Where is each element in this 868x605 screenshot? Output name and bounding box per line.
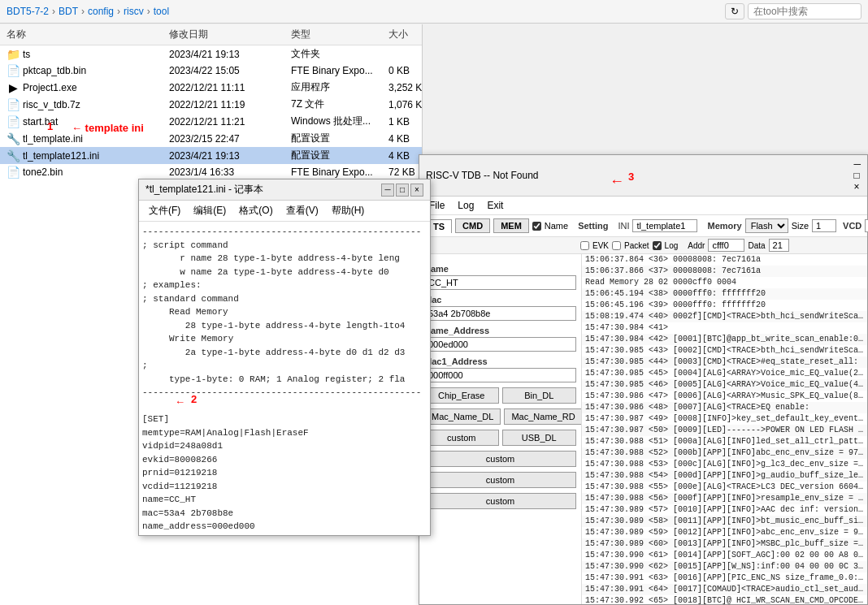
search-input[interactable] xyxy=(748,3,861,19)
breadcrumb-item-0[interactable]: BDT5-7-2 xyxy=(7,6,49,17)
refresh-button[interactable]: ↻ xyxy=(725,3,744,19)
top-bar: BDT5-7-2 › BDT › config › riscv › tool ↻ xyxy=(0,0,868,24)
breadcrumb-item-2[interactable]: config xyxy=(88,6,114,17)
breadcrumb: BDT5-7-2 › BDT › config › riscv › tool xyxy=(7,6,722,17)
breadcrumb-item-1[interactable]: BDT xyxy=(59,6,78,17)
breadcrumb-item-3[interactable]: riscv xyxy=(124,6,144,17)
breadcrumb-item-4[interactable]: tool xyxy=(154,6,169,17)
